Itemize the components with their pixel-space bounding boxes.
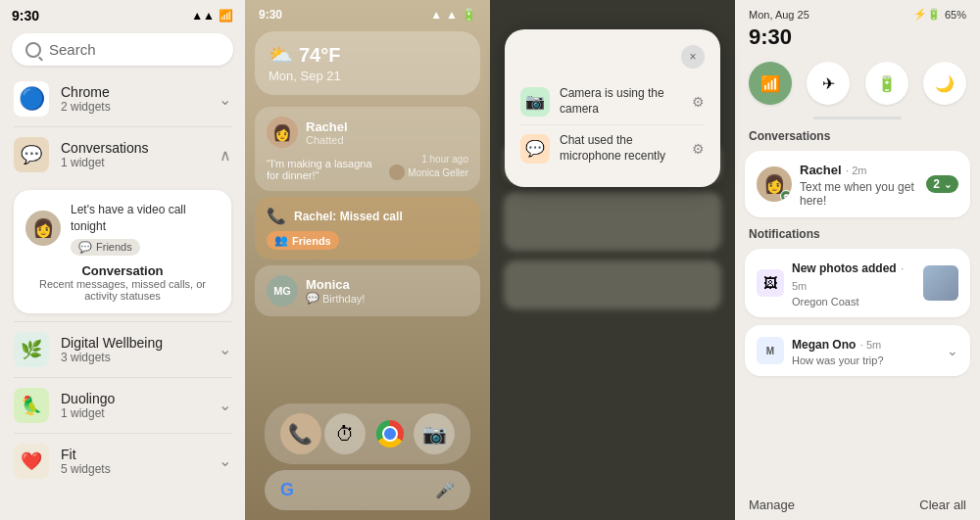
megan-notification[interactable]: M Megan Ono · 5m How was your trip? ⌄ bbox=[745, 325, 970, 376]
widget-item-chrome[interactable]: 🔵 Chrome 2 widgets ⌄ bbox=[0, 71, 245, 126]
status-bar-panel2: 9:30 ▲ ▲ 🔋 bbox=[245, 0, 490, 25]
widget-list: 🔵 Chrome 2 widgets ⌄ 💬 Conversations 1 w… bbox=[0, 71, 245, 520]
signal-icon: ▲▲ bbox=[191, 9, 215, 23]
photos-notif-time: 5m bbox=[792, 280, 807, 292]
megan-notif-time: 5m bbox=[866, 339, 881, 351]
widget-item-fit[interactable]: ❤️ Fit 5 widgets ⌄ bbox=[0, 434, 245, 489]
search-icon bbox=[25, 42, 41, 58]
status-time-p2: 9:30 bbox=[259, 8, 282, 22]
widget-item-digital-wellbeing[interactable]: 🌿 Digital Wellbeing 3 widgets ⌄ bbox=[0, 322, 245, 377]
conversations-chevron-icon: ∧ bbox=[220, 146, 231, 165]
rachel-msg-time: 1 hour ago bbox=[389, 154, 468, 165]
widget-picker-panel: 9:30 ▲▲ 📶 Search 🔵 Chrome 2 widgets ⌄ 💬 … bbox=[0, 0, 245, 520]
photos-notification[interactable]: 🖼 New photos added · 5m Oregon Coast bbox=[745, 249, 970, 317]
chat-settings-icon[interactable]: ⚙ bbox=[692, 141, 705, 157]
messages-indicator: 💬 bbox=[780, 190, 792, 202]
manage-button[interactable]: Manage bbox=[749, 497, 795, 512]
conv-widget-subtitle: Recent messages, missed calls, or activi… bbox=[25, 278, 220, 302]
chat-icon: 💬 bbox=[306, 292, 319, 305]
panel4-time: 9:30 bbox=[749, 24, 966, 50]
fit-name: Fit bbox=[61, 447, 207, 462]
fit-chevron-icon: ⌄ bbox=[219, 451, 231, 470]
search-placeholder: Search bbox=[49, 41, 96, 58]
home-screen-panel: 9:30 ▲ ▲ 🔋 ⛅ 74°F Mon, Sep 21 👩 Rachel C… bbox=[245, 0, 490, 520]
status-bar-panel1: 9:30 ▲▲ 📶 bbox=[0, 0, 245, 27]
chrome-chevron-icon: ⌄ bbox=[219, 90, 231, 109]
monica-ref: Monica Geller bbox=[389, 165, 468, 180]
badge-chevron-icon: ⌄ bbox=[944, 179, 952, 190]
microphone-icon[interactable]: 🎤 bbox=[435, 481, 455, 499]
widget-item-conversations[interactable]: 💬 Conversations 1 widget ∧ bbox=[0, 127, 245, 182]
battery-text: 🔋 bbox=[462, 8, 476, 22]
conversations-section-label: Conversations bbox=[735, 123, 980, 147]
digital-wellbeing-chevron-icon: ⌄ bbox=[219, 340, 231, 358]
rachel-conv-time: 2m bbox=[852, 165, 866, 176]
conv-group: Friends bbox=[96, 241, 132, 253]
weather-widget: ⛅ 74°F Mon, Sep 21 bbox=[255, 31, 480, 95]
photo-thumbnail bbox=[923, 265, 958, 301]
chat-perm-text: Chat used the microphone recently bbox=[560, 133, 682, 164]
chrome-icon: 🔵 bbox=[14, 81, 49, 117]
rachel-conv-msg: Text me when you get here! bbox=[800, 180, 918, 208]
home-content: ⛅ 74°F Mon, Sep 21 👩 Rachel Chatted "I'm… bbox=[245, 25, 490, 520]
status-icons-p4: ⚡🔋 65% bbox=[913, 8, 966, 21]
weather-date: Mon, Sep 21 bbox=[269, 69, 466, 83]
close-button[interactable]: × bbox=[681, 45, 705, 69]
dock-camera-icon[interactable]: 📷 bbox=[414, 413, 455, 454]
battery-percentage: 65% bbox=[945, 9, 966, 21]
duolingo-icon: 🦜 bbox=[14, 388, 49, 423]
photos-notif-title: New photos added bbox=[792, 261, 897, 275]
airplane-tile[interactable]: ✈ bbox=[807, 62, 850, 105]
dnd-tile[interactable]: 🌙 bbox=[923, 62, 966, 105]
camera-perm-text: Camera is using the camera bbox=[560, 86, 682, 117]
blurred-background bbox=[490, 137, 735, 520]
status-bar-panel4: Mon, Aug 25 ⚡🔋 65% bbox=[735, 0, 980, 24]
app-dock: 📞 ⏱ 📷 bbox=[265, 403, 470, 464]
digital-wellbeing-icon: 🌿 bbox=[14, 332, 49, 367]
widget-item-duolingo[interactable]: 🦜 Duolingo 1 widget ⌄ bbox=[0, 378, 245, 433]
quick-settings-row: 📶 ✈ 🔋 🌙 bbox=[735, 54, 980, 113]
perm-dialog-header: × bbox=[520, 45, 705, 69]
panel4-date: Mon, Aug 25 bbox=[749, 9, 809, 21]
rachel-conv-name: Rachel bbox=[800, 163, 842, 177]
camera-settings-icon[interactable]: ⚙ bbox=[692, 94, 705, 110]
conversations-widget-count: 1 widget bbox=[61, 156, 208, 169]
conversations-widget-name: Conversations bbox=[61, 140, 208, 156]
missed-call-notification[interactable]: 📞 Rachel: Missed call 👥 Friends bbox=[255, 197, 480, 260]
duolingo-name: Duolingo bbox=[61, 391, 207, 406]
friends-badge: 👥 Friends bbox=[267, 231, 339, 250]
friends-icon: 👥 bbox=[274, 234, 288, 247]
digital-wellbeing-count: 3 widgets bbox=[61, 351, 207, 364]
conv-group-badge: 💬 Friends bbox=[71, 239, 140, 256]
fit-icon: ❤️ bbox=[14, 444, 49, 479]
dock-clock-icon[interactable]: ⏱ bbox=[324, 413, 366, 454]
permission-dialog: × 📷 Camera is using the camera ⚙ 💬 Chat … bbox=[505, 29, 720, 187]
clear-all-button[interactable]: Clear all bbox=[919, 497, 966, 512]
rachel-notification[interactable]: 👩 Rachel Chatted "I'm making a lasagna f… bbox=[255, 107, 480, 191]
battery-tile[interactable]: 🔋 bbox=[865, 62, 908, 105]
camera-permission-item: 📷 Camera is using the camera ⚙ bbox=[520, 78, 705, 124]
megan-app-icon: M bbox=[757, 337, 784, 364]
blurred-item bbox=[504, 192, 721, 251]
message-icon: 💬 bbox=[78, 241, 92, 254]
home-notifications: 👩 Rachel Chatted "I'm making a lasagna f… bbox=[255, 107, 480, 316]
expand-chevron-icon[interactable]: ⌄ bbox=[947, 343, 958, 358]
widget-search-bar[interactable]: Search bbox=[12, 33, 233, 66]
chrome-widget-name: Chrome bbox=[61, 84, 207, 100]
wifi-tile[interactable]: 📶 bbox=[749, 62, 792, 105]
conv-message: Let's have a video call tonight bbox=[71, 202, 220, 235]
duolingo-chevron-icon: ⌄ bbox=[219, 396, 231, 414]
rachel-name: Rachel bbox=[306, 119, 348, 134]
unread-count: 2 bbox=[933, 177, 940, 191]
rachel-conv-notification[interactable]: 👩 💬 Rachel · 2m Text me when you get her… bbox=[745, 151, 970, 217]
rachel-avatar: 👩 bbox=[267, 117, 298, 148]
dock-chrome-icon[interactable] bbox=[369, 413, 411, 454]
dock-phone-icon[interactable]: 📞 bbox=[280, 413, 321, 454]
monica-status: Birthday! bbox=[322, 293, 365, 305]
chat-app-icon: 💬 bbox=[520, 134, 550, 164]
conv-preview: 👩 Let's have a video call tonight 💬 Frie… bbox=[25, 202, 220, 256]
digital-wellbeing-name: Digital Wellbeing bbox=[61, 335, 207, 351]
home-search-bar[interactable]: G 🎤 bbox=[265, 470, 470, 510]
monica-notification[interactable]: MG Monica 💬 Birthday! bbox=[255, 265, 480, 316]
rachel-message: "I'm making a lasagna for dinner!" bbox=[267, 158, 383, 181]
